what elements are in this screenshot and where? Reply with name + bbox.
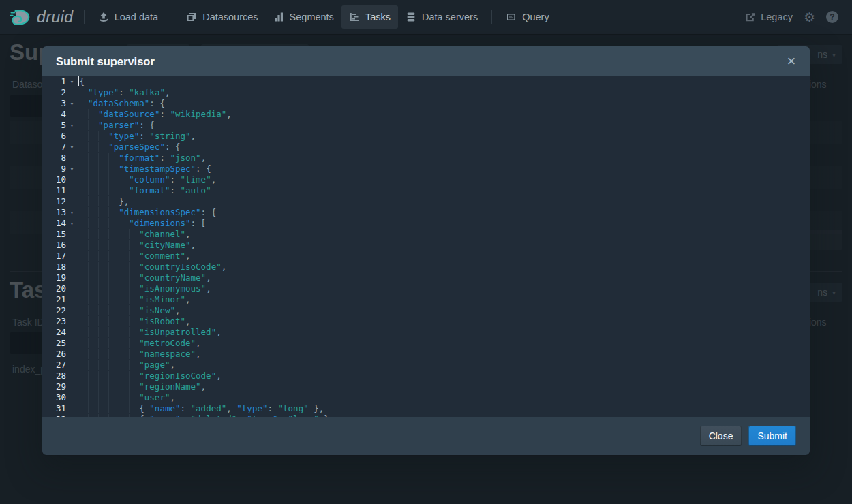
- fold-arrow-icon[interactable]: ▾: [66, 207, 78, 218]
- nav-item-datasources[interactable]: Datasources: [179, 5, 265, 29]
- indent-guide: [98, 305, 108, 315]
- code-text: "isMinor",: [78, 294, 810, 305]
- indent-guide: [98, 371, 108, 381]
- code-text: "countryIsoCode",: [78, 262, 810, 272]
- indent-guide: [78, 218, 88, 228]
- fold-spacer: [66, 360, 78, 371]
- indent-guide: [98, 316, 108, 326]
- indent-guide: [88, 381, 98, 392]
- indent-guide: [119, 272, 129, 283]
- indent-guide: [108, 305, 119, 315]
- indent-guide: [78, 381, 88, 392]
- code-text: "page",: [78, 360, 810, 371]
- text-cursor: [78, 76, 79, 86]
- indent-guide: [129, 371, 139, 381]
- code-text: "format": "json",: [78, 153, 810, 163]
- legacy-link[interactable]: Legacy: [745, 12, 793, 22]
- spec-json-editor[interactable]: 1▾{2"type": "kafka",3▾"dataSchema": {4"d…: [42, 76, 810, 417]
- indent-guide: [129, 316, 139, 326]
- fold-spacer: [66, 305, 78, 316]
- nav-item-data-servers[interactable]: Data servers: [398, 5, 485, 29]
- fold-arrow-icon[interactable]: ▾: [66, 98, 78, 109]
- nav-item-segments[interactable]: Segments: [266, 5, 341, 29]
- indent-guide: [129, 392, 139, 403]
- indent-guide: [78, 98, 88, 108]
- indent-guide: [98, 327, 108, 337]
- indent-guide: [88, 142, 98, 152]
- fold-arrow-icon[interactable]: ▾: [66, 142, 78, 153]
- indent-guide: [108, 240, 119, 250]
- indent-guide: [78, 338, 88, 348]
- indent-guide: [129, 294, 139, 304]
- code-text: { "name": "deleted", "type": "long" },: [78, 414, 810, 417]
- line-number: 13: [42, 207, 66, 218]
- indent-guide: [78, 229, 88, 239]
- fold-arrow-icon[interactable]: ▾: [66, 76, 78, 87]
- indent-guide: [88, 283, 98, 294]
- code-text: "type": "kafka",: [78, 87, 810, 98]
- editor-line: 4"dataSource": "wikipedia",: [42, 109, 810, 120]
- indent-guide: [129, 305, 139, 315]
- help-icon[interactable]: ?: [826, 11, 838, 23]
- editor-line: 13▾"dimensionsSpec": {: [42, 207, 810, 218]
- line-number: 3: [42, 98, 66, 109]
- indent-guide: [78, 327, 88, 337]
- close-icon[interactable]: ×: [781, 51, 802, 72]
- fold-spacer: [66, 251, 78, 262]
- fold-spacer: [66, 131, 78, 142]
- editor-line: 22"isNew",: [42, 305, 810, 316]
- fold-spacer: [66, 392, 78, 403]
- druid-logo-icon: [10, 8, 31, 27]
- indent-guide: [88, 131, 98, 141]
- indent-guide: [88, 272, 98, 283]
- line-number: 5: [42, 120, 66, 131]
- indent-guide: [129, 403, 139, 413]
- indent-guide: [108, 371, 119, 381]
- fold-spacer: [66, 185, 78, 196]
- indent-guide: [78, 142, 88, 152]
- datasources-icon: [186, 12, 197, 22]
- editor-line: 29"regionName",: [42, 381, 810, 392]
- line-number: 28: [42, 371, 66, 381]
- query-icon: [506, 12, 517, 22]
- line-number: 29: [42, 381, 66, 392]
- nav-item-tasks[interactable]: Tasks: [341, 5, 398, 29]
- line-number: 22: [42, 305, 66, 316]
- fold-arrow-icon[interactable]: ▾: [66, 120, 78, 131]
- gear-icon[interactable]: ⚙: [804, 11, 815, 24]
- code-text: "isNew",: [78, 305, 810, 316]
- code-text: "namespace",: [78, 349, 810, 360]
- load-data-icon: [98, 12, 109, 22]
- editor-line: 10"column": "time",: [42, 174, 810, 185]
- indent-guide: [119, 283, 129, 294]
- line-number: 32: [42, 414, 66, 417]
- editor-line: 31{ "name": "added", "type": "long" },: [42, 403, 810, 414]
- indent-guide: [88, 316, 98, 326]
- indent-guide: [78, 371, 88, 381]
- druid-logo[interactable]: druid: [10, 8, 74, 27]
- indent-guide: [78, 207, 88, 217]
- nav-item-label: Datasources: [202, 12, 258, 22]
- fold-arrow-icon[interactable]: ▾: [66, 163, 78, 174]
- nav-item-load-data[interactable]: Load data: [91, 5, 166, 29]
- fold-spacer: [66, 403, 78, 414]
- code-text: "regionIsoCode",: [78, 371, 810, 381]
- indent-guide: [98, 283, 108, 294]
- indent-guide: [119, 392, 129, 403]
- submit-button[interactable]: Submit: [748, 426, 796, 446]
- code-text: "format": "auto": [78, 185, 810, 196]
- indent-guide: [98, 381, 108, 392]
- indent-guide: [98, 262, 108, 272]
- editor-line: 18"countryIsoCode",: [42, 262, 810, 272]
- fold-spacer: [66, 414, 78, 417]
- indent-guide: [108, 294, 119, 304]
- line-number: 31: [42, 403, 66, 414]
- nav-item-query[interactable]: Query: [498, 5, 557, 29]
- indent-guide: [108, 283, 119, 294]
- fold-arrow-icon[interactable]: ▾: [66, 218, 78, 229]
- indent-guide: [78, 251, 88, 261]
- close-button[interactable]: Close: [700, 426, 742, 446]
- line-number: 14: [42, 218, 66, 229]
- code-text: "user",: [78, 392, 810, 403]
- fold-spacer: [66, 371, 78, 381]
